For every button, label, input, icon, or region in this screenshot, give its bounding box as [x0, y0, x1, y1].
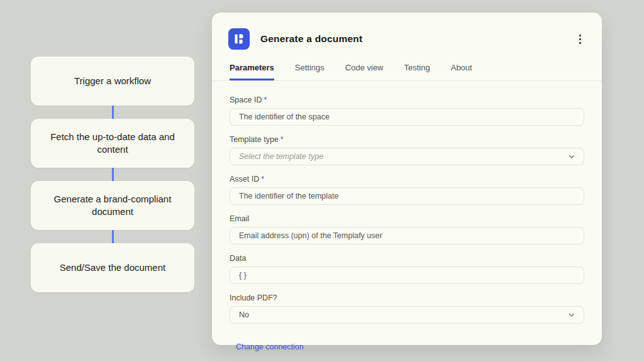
form-field-template-type: Template type*Select the template type	[230, 135, 584, 165]
data-input[interactable]	[230, 266, 584, 284]
canvas: Trigger a workflowFetch the up-to-date d…	[0, 0, 644, 362]
workflow-connector	[112, 106, 114, 119]
asset-id-input[interactable]	[230, 187, 584, 205]
form-field-include-pdf: Include PDF?No	[230, 293, 584, 324]
change-connection-link[interactable]: Change connection	[236, 343, 304, 351]
field-label-asset-id: Asset ID*	[230, 175, 584, 184]
tab-bar: ParametersSettingsCode viewTestingAbout	[212, 63, 602, 81]
template-type-select[interactable]: Select the template type	[230, 148, 584, 165]
form-field-email: Email	[230, 214, 584, 244]
form-field-space-id: Space ID*	[230, 96, 584, 126]
email-input[interactable]	[230, 227, 584, 244]
templafy-logo-icon	[228, 28, 250, 50]
include-pdf-value: No	[239, 310, 567, 319]
field-label-template-type: Template type*	[230, 135, 584, 144]
form-field-data: Data	[230, 254, 584, 284]
template-type-value: Select the template type	[239, 152, 567, 161]
field-label-email: Email	[230, 214, 584, 223]
space-id-input[interactable]	[230, 108, 584, 126]
parameters-form: Space ID*Template type*Select the templa…	[212, 81, 602, 324]
workflow-diagram: Trigger a workflowFetch the up-to-date d…	[31, 57, 194, 292]
form-field-asset-id: Asset ID*	[230, 175, 584, 205]
workflow-connector	[112, 168, 114, 181]
kebab-menu-icon[interactable]	[574, 33, 586, 45]
workflow-step-node: Fetch the up-to-date data and content	[31, 119, 194, 168]
workflow-connector	[112, 230, 114, 243]
link-row: Change connection	[212, 333, 602, 352]
required-marker: *	[261, 175, 264, 184]
required-marker: *	[280, 135, 284, 144]
chevron-down-icon	[567, 152, 576, 161]
required-marker: *	[264, 96, 267, 104]
field-label-data: Data	[230, 254, 584, 263]
tab-parameters[interactable]: Parameters	[230, 63, 274, 80]
tab-settings[interactable]: Settings	[295, 63, 325, 80]
panel-title: Generate a document	[260, 33, 362, 45]
workflow-step-node: Trigger a workflow	[31, 57, 194, 106]
include-pdf-select[interactable]: No	[230, 306, 584, 324]
tab-code-view[interactable]: Code view	[345, 63, 384, 80]
field-label-space-id: Space ID*	[230, 96, 584, 104]
workflow-step-node: Generate a brand-compliant document	[31, 181, 194, 230]
panel-header: Generate a document	[212, 13, 602, 50]
tab-about[interactable]: About	[451, 63, 472, 80]
workflow-step-node: Send/Save the document	[31, 243, 194, 292]
tab-testing[interactable]: Testing	[404, 63, 430, 80]
field-label-include-pdf: Include PDF?	[230, 293, 584, 302]
chevron-down-icon	[567, 310, 576, 319]
action-config-panel: Generate a document ParametersSettingsCo…	[212, 13, 602, 345]
